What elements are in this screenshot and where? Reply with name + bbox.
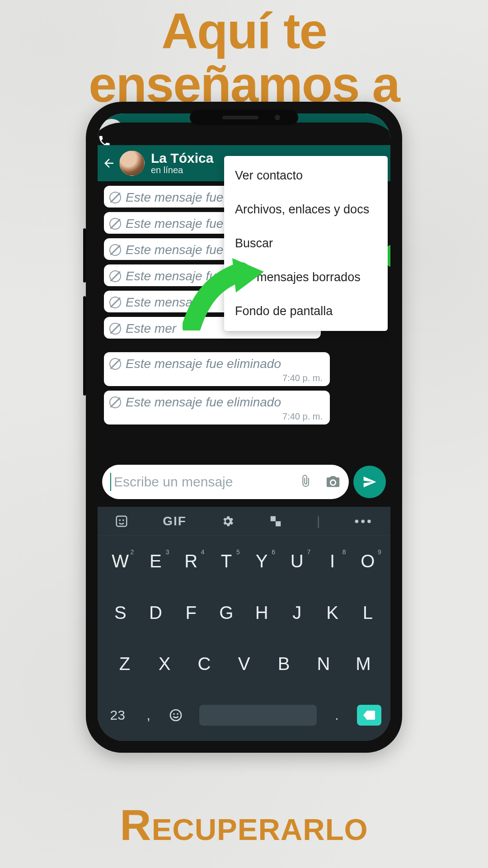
send-button[interactable] bbox=[353, 466, 386, 498]
svg-rect-1 bbox=[117, 516, 127, 526]
key-numbers[interactable]: 23 bbox=[107, 708, 128, 723]
message-time: 7:40 p. m. bbox=[109, 373, 323, 383]
key-z[interactable]: Z bbox=[112, 654, 137, 674]
key-h[interactable]: H bbox=[249, 603, 274, 623]
back-arrow-icon[interactable] bbox=[102, 156, 116, 170]
key-v[interactable]: V bbox=[231, 654, 257, 674]
svg-point-4 bbox=[170, 710, 181, 721]
key-space[interactable] bbox=[199, 705, 317, 726]
phone-mockup: Co La Tóxica en línea Este mensaje fueEs… bbox=[86, 102, 402, 753]
headline-line1: Aquí te bbox=[161, 3, 327, 59]
key-g[interactable]: G bbox=[214, 603, 239, 623]
prohibited-icon bbox=[109, 297, 121, 308]
menu-item-search[interactable]: Buscar bbox=[224, 226, 388, 260]
input-placeholder: Escribe un mensaje bbox=[114, 474, 233, 490]
menu-item-view-contact[interactable]: Ver contacto bbox=[224, 159, 388, 193]
phone-screen: Co La Tóxica en línea Este mensaje fueEs… bbox=[98, 113, 390, 741]
svg-point-3 bbox=[122, 519, 124, 521]
camera-icon[interactable] bbox=[325, 474, 341, 490]
key-x[interactable]: X bbox=[152, 654, 177, 674]
message-input-bar: Escribe un mensaje bbox=[98, 462, 390, 502]
contact-avatar[interactable] bbox=[119, 151, 145, 176]
emoji-icon[interactable] bbox=[169, 708, 190, 722]
key-m[interactable]: M bbox=[351, 654, 376, 674]
key-l[interactable]: L bbox=[355, 603, 380, 623]
svg-point-5 bbox=[173, 713, 174, 715]
key-s[interactable]: S bbox=[108, 603, 133, 623]
key-b[interactable]: B bbox=[271, 654, 296, 674]
message-input[interactable]: Escribe un mensaje bbox=[102, 465, 349, 499]
menu-item-media[interactable]: Archivos, enlaces y docs bbox=[224, 193, 388, 226]
key-o[interactable]: O9 bbox=[355, 551, 380, 571]
key-c[interactable]: C bbox=[192, 654, 217, 674]
key-i[interactable]: I8 bbox=[320, 551, 345, 571]
prohibited-icon bbox=[109, 396, 121, 408]
key-k[interactable]: K bbox=[320, 603, 345, 623]
contact-name: La Tóxica bbox=[151, 151, 213, 165]
key-e[interactable]: E3 bbox=[143, 551, 168, 571]
keyboard-row-bottom: 23 , . bbox=[98, 690, 390, 741]
menu-item-wallpaper[interactable]: Fondo de pantalla bbox=[224, 294, 388, 328]
key-dot[interactable]: . bbox=[326, 708, 347, 723]
prohibited-icon bbox=[109, 358, 121, 370]
svg-point-6 bbox=[177, 713, 178, 715]
prohibited-icon bbox=[109, 192, 121, 203]
key-f[interactable]: F bbox=[178, 603, 204, 623]
prohibited-icon bbox=[109, 244, 121, 256]
message-time: 7:40 p. m. bbox=[109, 411, 323, 422]
key-backspace[interactable] bbox=[357, 705, 381, 726]
key-n[interactable]: N bbox=[311, 654, 336, 674]
keyboard-row-2: SDFGHJKL bbox=[98, 587, 390, 639]
attach-icon[interactable] bbox=[298, 474, 313, 490]
keyboard-row-3: ZXCVBNM bbox=[98, 638, 390, 690]
headline: Aquí te enseñamos a bbox=[0, 0, 488, 111]
deleted-message-bubble: Este mensaje fue eliminado7:40 p. m. bbox=[104, 352, 330, 386]
key-j[interactable]: J bbox=[284, 603, 310, 623]
keyboard: GIF | ••• W2E3R4T5Y6U7I8O9 SDFGHJKL ZXCV… bbox=[98, 507, 390, 741]
prohibited-icon bbox=[109, 270, 121, 282]
phone-notch bbox=[190, 110, 298, 125]
key-w[interactable]: W2 bbox=[108, 551, 133, 571]
more-icon[interactable]: ••• bbox=[354, 514, 373, 528]
key-d[interactable]: D bbox=[143, 603, 168, 623]
sticker-icon[interactable] bbox=[115, 514, 128, 528]
key-t[interactable]: T5 bbox=[214, 551, 239, 571]
prohibited-icon bbox=[109, 323, 121, 335]
options-menu: Ver contacto Archivos, enlaces y docs Bu… bbox=[224, 156, 388, 331]
gif-button[interactable]: GIF bbox=[163, 514, 187, 528]
contact-info[interactable]: La Tóxica en línea bbox=[151, 151, 213, 176]
key-y[interactable]: Y6 bbox=[249, 551, 274, 571]
svg-point-2 bbox=[119, 519, 121, 521]
key-comma[interactable]: , bbox=[138, 708, 160, 723]
contact-status: en línea bbox=[151, 165, 213, 175]
prohibited-icon bbox=[109, 218, 121, 230]
text-cursor bbox=[110, 473, 111, 491]
keyboard-row-1: W2E3R4T5Y6U7I8O9 bbox=[98, 536, 390, 587]
deleted-message-bubble: Este mensaje fue eliminado7:40 p. m. bbox=[104, 391, 330, 425]
key-u[interactable]: U7 bbox=[284, 551, 310, 571]
translate-icon[interactable] bbox=[269, 514, 282, 528]
tagline: Recuperarlo bbox=[0, 800, 488, 850]
keyboard-toolbar: GIF | ••• bbox=[98, 507, 390, 536]
settings-icon[interactable] bbox=[221, 514, 235, 528]
key-r[interactable]: R4 bbox=[178, 551, 204, 571]
menu-item-deleted[interactable]: Ver mensajes borrados bbox=[224, 260, 388, 294]
